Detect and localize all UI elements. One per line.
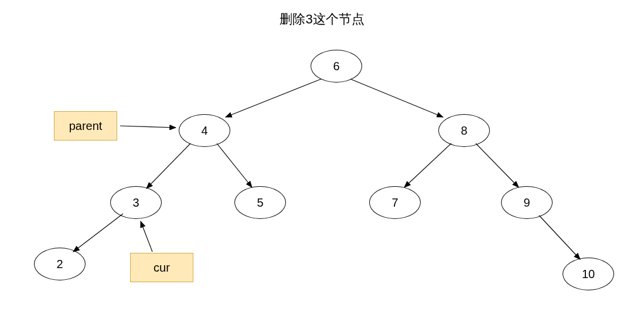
svg-line-2 [350, 79, 443, 117]
diagram-title: 删除3这个节点 [280, 11, 364, 28]
svg-line-3 [146, 143, 190, 189]
svg-line-9 [120, 126, 176, 128]
tree-node-4: 4 [179, 114, 230, 147]
node-value: 9 [523, 196, 530, 210]
cur-label: cur [130, 253, 193, 282]
svg-line-10 [141, 221, 152, 252]
tree-node-5: 5 [234, 186, 286, 219]
tree-node-10: 10 [563, 258, 614, 290]
node-value: 3 [132, 196, 139, 210]
tree-node-6: 6 [311, 50, 362, 83]
svg-line-8 [539, 215, 580, 259]
node-value: 7 [391, 196, 398, 210]
label-text: parent [69, 119, 103, 133]
tree-node-8: 8 [438, 114, 490, 147]
parent-label: parent [54, 111, 117, 140]
node-value: 5 [257, 196, 263, 210]
node-value: 4 [201, 124, 207, 138]
node-value: 8 [461, 124, 467, 138]
node-value: 2 [56, 258, 63, 271]
node-value: 6 [333, 60, 339, 73]
tree-node-9: 9 [501, 186, 553, 219]
svg-line-5 [404, 143, 451, 187]
svg-line-7 [73, 214, 123, 252]
diagram-edges [0, 0, 644, 329]
tree-node-3: 3 [110, 186, 162, 219]
svg-line-6 [476, 143, 519, 187]
svg-line-4 [217, 143, 252, 187]
tree-node-7: 7 [369, 186, 421, 219]
svg-line-1 [226, 79, 321, 117]
tree-node-2: 2 [34, 248, 86, 280]
node-value: 10 [582, 268, 595, 281]
label-text: cur [154, 261, 170, 275]
